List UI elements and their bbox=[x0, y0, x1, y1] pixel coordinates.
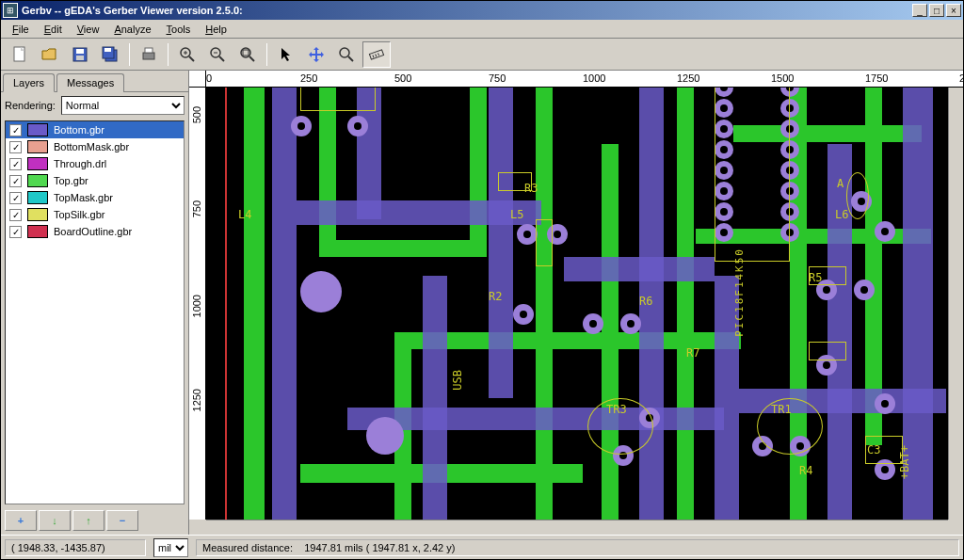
zoom-in-button[interactable] bbox=[173, 41, 201, 68]
save-button[interactable] bbox=[66, 41, 94, 68]
layer-checkbox[interactable]: ✓ bbox=[9, 192, 22, 204]
zoom-fit-button[interactable] bbox=[233, 41, 262, 68]
svg-line-17 bbox=[249, 56, 254, 61]
measured-value: 1947.81 mils ( 1947.81 x, 2.42 y) bbox=[304, 542, 455, 553]
layer-name: TopMask.gbr bbox=[54, 192, 113, 203]
svg-rect-2 bbox=[76, 49, 84, 54]
menu-help[interactable]: Help bbox=[198, 22, 234, 37]
menu-view[interactable]: View bbox=[70, 22, 107, 37]
svg-line-20 bbox=[348, 56, 353, 61]
add-layer-button[interactable]: + bbox=[5, 510, 37, 531]
layer-swatch[interactable] bbox=[27, 123, 48, 136]
pointer-tool[interactable] bbox=[272, 41, 300, 68]
layer-swatch[interactable] bbox=[27, 140, 48, 153]
layer-swatch[interactable] bbox=[27, 191, 48, 204]
svg-rect-21 bbox=[369, 49, 383, 58]
rendering-label: Rendering: bbox=[5, 100, 56, 111]
zoom-out-button[interactable] bbox=[203, 41, 232, 68]
status-bar: ( 1948.33, -1435.87) mil Measured distan… bbox=[1, 535, 963, 559]
menu-file[interactable]: File bbox=[5, 22, 37, 37]
svg-rect-8 bbox=[145, 48, 153, 53]
measured-label: Measured distance: bbox=[202, 542, 293, 553]
menu-bar: File Edit View Analyze Tools Help bbox=[1, 20, 963, 39]
svg-line-24 bbox=[378, 53, 379, 56]
layer-row-3[interactable]: ✓ Top.gbr bbox=[6, 172, 184, 189]
status-coords: ( 1948.33, -1435.87) bbox=[5, 539, 146, 556]
svg-rect-0 bbox=[14, 47, 24, 61]
layer-name: Through.drl bbox=[54, 158, 106, 169]
unit-select[interactable]: mil bbox=[153, 538, 188, 557]
horizontal-scrollbar[interactable] bbox=[206, 520, 948, 535]
zoom-tool[interactable] bbox=[332, 41, 361, 68]
svg-line-10 bbox=[189, 56, 194, 61]
toolbar bbox=[1, 39, 963, 71]
layer-name: TopSilk.gbr bbox=[54, 209, 104, 220]
svg-point-19 bbox=[340, 48, 349, 57]
app-icon: ⊞ bbox=[3, 3, 18, 18]
layer-checkbox[interactable]: ✓ bbox=[9, 158, 22, 170]
svg-line-22 bbox=[373, 55, 374, 57]
rendering-select[interactable]: Normal bbox=[61, 96, 185, 115]
title-bar: ⊞ Gerbv -- gEDA's Gerber Viewer version … bbox=[1, 1, 963, 20]
svg-rect-6 bbox=[104, 48, 111, 52]
maximize-button[interactable]: □ bbox=[929, 4, 944, 17]
pcb-canvas[interactable]: L4 R3 L5 A L6 R2 R6 R5 R7 USB TR3 TR1 R4… bbox=[206, 88, 948, 520]
close-button[interactable]: × bbox=[946, 4, 961, 17]
layer-swatch[interactable] bbox=[27, 208, 48, 221]
minimize-button[interactable]: _ bbox=[912, 4, 927, 17]
svg-line-14 bbox=[219, 56, 224, 61]
layer-row-4[interactable]: ✓ TopMask.gbr bbox=[6, 189, 184, 206]
layer-checkbox[interactable]: ✓ bbox=[9, 226, 22, 238]
new-button[interactable] bbox=[6, 41, 34, 68]
layer-row-0[interactable]: ✓ Bottom.gbr bbox=[6, 121, 184, 138]
print-button[interactable] bbox=[135, 41, 163, 68]
layer-checkbox[interactable]: ✓ bbox=[9, 175, 22, 187]
svg-rect-18 bbox=[243, 50, 249, 56]
layer-down-button[interactable]: ↓ bbox=[39, 510, 71, 531]
layer-name: BottomMask.gbr bbox=[54, 141, 129, 152]
measure-tool[interactable] bbox=[362, 41, 391, 68]
layer-swatch[interactable] bbox=[27, 157, 48, 170]
layer-checkbox[interactable]: ✓ bbox=[9, 209, 22, 221]
side-panel: Layers Messages Rendering: Normal ✓ Bott… bbox=[1, 71, 189, 535]
tab-messages[interactable]: Messages bbox=[56, 73, 124, 92]
svg-line-23 bbox=[376, 54, 377, 56]
tab-layers[interactable]: Layers bbox=[3, 73, 55, 92]
layer-row-1[interactable]: ✓ BottomMask.gbr bbox=[6, 138, 184, 155]
layer-swatch[interactable] bbox=[27, 225, 48, 238]
svg-rect-3 bbox=[76, 56, 84, 60]
window-title: Gerbv -- gEDA's Gerber Viewer version 2.… bbox=[22, 5, 910, 16]
layer-checkbox[interactable]: ✓ bbox=[9, 141, 22, 153]
menu-edit[interactable]: Edit bbox=[37, 22, 70, 37]
layer-checkbox[interactable]: ✓ bbox=[9, 124, 22, 136]
layer-name: Bottom.gbr bbox=[54, 124, 104, 136]
svg-rect-7 bbox=[143, 53, 154, 59]
layer-row-2[interactable]: ✓ Through.drl bbox=[6, 155, 184, 172]
open-button[interactable] bbox=[36, 41, 64, 68]
layer-row-6[interactable]: ✓ BoardOutline.gbr bbox=[6, 223, 184, 240]
vertical-scrollbar[interactable] bbox=[948, 88, 963, 520]
ruler-vertical: 50075010001250 bbox=[189, 88, 206, 520]
layer-row-5[interactable]: ✓ TopSilk.gbr bbox=[6, 206, 184, 223]
menu-tools[interactable]: Tools bbox=[159, 22, 199, 37]
layer-name: BoardOutline.gbr bbox=[54, 226, 132, 237]
remove-layer-button[interactable]: − bbox=[106, 510, 138, 531]
layer-list[interactable]: ✓ Bottom.gbr✓ BottomMask.gbr✓ Through.dr… bbox=[5, 120, 185, 504]
layer-name: Top.gbr bbox=[54, 175, 88, 186]
menu-analyze[interactable]: Analyze bbox=[106, 22, 158, 37]
save-all-button[interactable] bbox=[96, 41, 124, 68]
layer-up-button[interactable]: ↑ bbox=[72, 510, 104, 531]
ruler-horizontal: 025050075010001250150017502000 bbox=[189, 71, 963, 88]
layer-swatch[interactable] bbox=[27, 174, 48, 187]
move-tool[interactable] bbox=[302, 41, 330, 68]
